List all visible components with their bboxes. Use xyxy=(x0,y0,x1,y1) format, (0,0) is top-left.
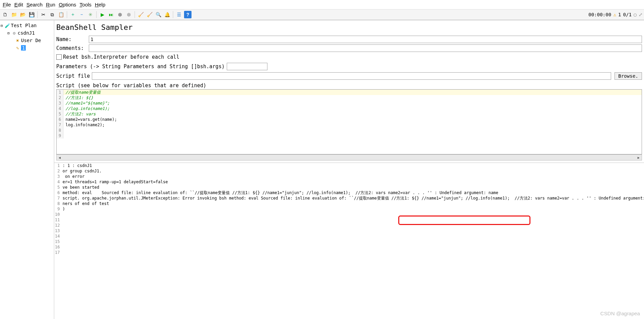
name-label: Name: xyxy=(56,36,87,42)
tree-item[interactable]: ✖User De xyxy=(0,37,54,44)
tree-node-icon: ⚙ xyxy=(12,31,17,36)
toggle-icon[interactable]: ✳ xyxy=(87,11,94,18)
tree-root[interactable]: ⊟ 🧪 Test Plan xyxy=(0,22,54,29)
code-line[interactable]: //方法1: ${} xyxy=(63,95,642,100)
menu-edit[interactable]: Edit xyxy=(13,1,24,8)
menu-tools[interactable]: Tools xyxy=(78,1,93,8)
templates-icon[interactable]: 📁 xyxy=(10,11,18,18)
remove-icon[interactable]: － xyxy=(78,11,85,18)
save-icon[interactable]: 💾 xyxy=(28,11,35,18)
menu-search[interactable]: Search xyxy=(25,1,44,8)
comments-label: Comments: xyxy=(56,45,87,51)
name-input[interactable] xyxy=(89,36,642,43)
scroll-left-icon[interactable]: ◄ xyxy=(57,156,63,160)
menu-file[interactable]: File xyxy=(1,1,12,8)
comments-input[interactable] xyxy=(89,44,642,52)
log-line: ) xyxy=(61,206,644,212)
reset-label: Reset bsh.Interpreter before each call xyxy=(63,54,179,60)
tree-root-label: Test Plan xyxy=(11,23,37,28)
log-line: method: eval Sourced file: inline evalua… xyxy=(61,190,644,195)
tree-node-icon: ✎ xyxy=(15,45,20,51)
tree-item[interactable]: ✎1 xyxy=(0,44,54,52)
parameters-label: Parameters (-> String Parameters and Str… xyxy=(56,63,225,70)
copy-icon[interactable]: ⧉ xyxy=(48,11,56,18)
watermark: CSDN @agrapea xyxy=(600,311,640,316)
start-no-pause-icon[interactable]: ⏭ xyxy=(107,11,115,18)
gauge-icon: ◯ xyxy=(634,12,637,17)
tree-node-icon: ✖ xyxy=(15,38,20,43)
help-icon[interactable]: ? xyxy=(184,11,192,18)
code-line[interactable]: //提取name变量值 xyxy=(63,90,642,95)
properties-icon[interactable]: ☰ xyxy=(175,11,183,18)
expand-icon[interactable]: ⤢ xyxy=(639,12,643,17)
collapse-icon[interactable]: ⊟ xyxy=(1,24,5,27)
warning-count: 1 xyxy=(618,12,621,17)
thread-count: 0/1 xyxy=(623,12,631,17)
tree-node-label: User De xyxy=(21,38,41,43)
tree-node-label: 1 xyxy=(21,45,26,51)
log-line: script. org.apache.jorphan.util.JMeterEx… xyxy=(61,195,644,201)
status-area: 00:00:00 ⚠ 1 0/1 ◯ ⤢ xyxy=(588,12,643,17)
code-line[interactable]: //方法2: vars xyxy=(63,111,642,117)
scriptfile-input[interactable] xyxy=(92,72,611,80)
script-label: Script (see below for variables that are… xyxy=(54,80,644,89)
log-line: ners of end of test xyxy=(61,201,644,206)
menu-run[interactable]: Run xyxy=(45,1,57,8)
log-panel[interactable]: 1234567891011121314151617 : 1 : csdnJ1or… xyxy=(54,163,644,319)
code-line[interactable]: log.info(name2); xyxy=(63,122,642,128)
clear-all-icon[interactable]: 🧹 xyxy=(146,11,153,18)
tree-node-label: csdnJ1 xyxy=(18,30,35,36)
elapsed-time: 00:00:00 xyxy=(588,12,611,17)
code-line[interactable]: //name1="${name}"; xyxy=(63,100,642,106)
flask-icon: 🧪 xyxy=(5,23,10,28)
scriptfile-label: Script file xyxy=(56,73,90,79)
clear-icon[interactable]: 🧹 xyxy=(137,11,144,18)
log-line: or group csdnJ1. xyxy=(61,168,644,174)
right-panel: BeanShell Sampler Name: Comments: Reset … xyxy=(54,20,644,319)
warning-icon[interactable]: ⚠ xyxy=(613,12,616,17)
add-icon[interactable]: ＋ xyxy=(69,11,77,18)
code-line[interactable]: //log.info(name1); xyxy=(63,106,642,111)
collapse-icon[interactable]: ⊟ xyxy=(7,31,12,35)
new-icon[interactable]: 🗋 xyxy=(1,11,9,18)
parameters-input[interactable] xyxy=(227,63,267,70)
toolbar: 🗋📁📂💾✂⧉📋＋－✳▶⏭⬢⬢🧹🧹🔍🔔☰? 00:00:00 ⚠ 1 0/1 ◯ … xyxy=(0,9,644,20)
function-helper-icon[interactable]: 🔔 xyxy=(163,11,171,18)
log-line: on error xyxy=(61,174,644,179)
search-func-icon[interactable]: 🔍 xyxy=(155,11,162,18)
browse-button[interactable]: Browse. xyxy=(615,72,642,80)
log-line: ve been started xyxy=(61,185,644,190)
menu-options[interactable]: Options xyxy=(57,1,78,8)
panel-title: BeanShell Sampler xyxy=(54,20,644,35)
paste-icon[interactable]: 📋 xyxy=(57,11,65,18)
shutdown-icon[interactable]: ⬢ xyxy=(125,11,133,18)
code-line[interactable]: name2=vars.get(name); xyxy=(63,117,642,122)
cut-icon[interactable]: ✂ xyxy=(40,11,47,18)
open-icon[interactable]: 📂 xyxy=(19,11,26,18)
log-line: : 1 : csdnJ1 xyxy=(61,163,644,168)
menubar: FileEditSearchRunOptionsToolsHelp xyxy=(0,0,644,9)
scroll-right-icon[interactable]: ► xyxy=(636,156,642,160)
menu-help[interactable]: Help xyxy=(94,1,107,8)
stop-icon[interactable]: ⬢ xyxy=(116,11,124,18)
tree-panel[interactable]: ⊟ 🧪 Test Plan ⊟⚙csdnJ1✖User De✎1 xyxy=(0,20,54,319)
log-line: er=1 threads=1 ramp-up=1 delayedStart=fa… xyxy=(61,179,644,185)
tree-item[interactable]: ⊟⚙csdnJ1 xyxy=(0,29,54,37)
reset-checkbox[interactable] xyxy=(56,54,62,60)
start-icon[interactable]: ▶ xyxy=(99,11,106,18)
script-editor[interactable]: 123456789 //提取name变量值//方法1: ${}//name1="… xyxy=(56,89,642,154)
editor-scrollbar[interactable]: ◄ ► xyxy=(56,154,642,161)
